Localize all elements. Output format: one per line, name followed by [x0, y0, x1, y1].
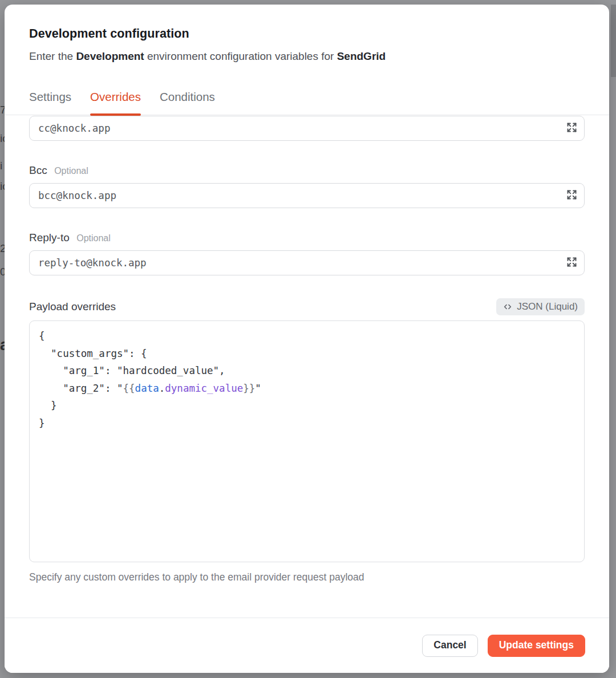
bcc-label-row: Bcc Optional — [29, 164, 585, 177]
code-line: "arg_1": "hardcoded_value", — [39, 362, 575, 380]
expand-icon — [566, 189, 578, 202]
bcc-input[interactable] — [29, 183, 585, 208]
expand-icon — [566, 256, 578, 270]
json-liquid-badge-label: JSON (Liquid) — [517, 301, 578, 312]
cancel-button[interactable]: Cancel — [422, 635, 477, 657]
code-line: } — [39, 397, 575, 415]
reply-to-label-row: Reply-to Optional — [29, 231, 585, 245]
modal-subtitle: Enter the Development environment config… — [29, 50, 585, 63]
payload-overrides-code-editor[interactable]: { "custom_args": { "arg_1": "hardcoded_v… — [29, 320, 585, 562]
reply-to-optional-tag: Optional — [76, 233, 111, 243]
provider-name: SendGrid — [337, 50, 386, 62]
reply-to-expand-button[interactable] — [565, 256, 578, 270]
payload-overrides-section: Payload overrides JSON (Liquid) { "custo… — [29, 298, 585, 583]
code-line: "custom_args": { — [39, 345, 575, 363]
bcc-label: Bcc — [29, 164, 47, 176]
code-line: } — [39, 415, 575, 432]
update-settings-button[interactable]: Update settings — [488, 635, 585, 657]
tab-bar: Settings Overrides Conditions — [5, 90, 609, 115]
modal-footer: Cancel Update settings — [5, 618, 609, 673]
field-group-bcc: Bcc Optional — [29, 164, 585, 208]
bcc-expand-button[interactable] — [565, 189, 578, 202]
reply-to-input[interactable] — [29, 250, 585, 275]
field-group-reply-to: Reply-to Optional — [29, 231, 585, 275]
overrides-tab-content: Cc Optional Bcc Optional — [5, 115, 609, 618]
payload-helper-text: Specify any custom overrides to apply to… — [29, 571, 585, 583]
payload-overrides-label: Payload overrides — [29, 301, 116, 313]
code-icon — [503, 302, 512, 311]
tab-conditions[interactable]: Conditions — [160, 90, 215, 115]
background-scrollbar — [611, 5, 616, 77]
cc-input[interactable] — [29, 116, 585, 141]
tab-overrides[interactable]: Overrides — [90, 90, 141, 115]
bcc-optional-tag: Optional — [54, 166, 88, 176]
cc-expand-button[interactable] — [565, 121, 578, 135]
reply-to-label: Reply-to — [29, 232, 70, 243]
page-title: Development configuration — [29, 26, 585, 41]
development-configuration-modal: Development configuration Enter the Deve… — [5, 5, 609, 673]
tab-settings[interactable]: Settings — [29, 90, 71, 115]
code-line: { — [39, 327, 575, 345]
code-line: "arg_2": "{{data.dynamic_value}}" — [39, 380, 575, 397]
json-liquid-badge: JSON (Liquid) — [496, 298, 585, 315]
expand-icon — [566, 121, 578, 135]
environment-name: Development — [76, 50, 144, 62]
field-group-cc: Cc Optional — [29, 115, 585, 141]
modal-header: Development configuration Enter the Deve… — [5, 5, 609, 115]
